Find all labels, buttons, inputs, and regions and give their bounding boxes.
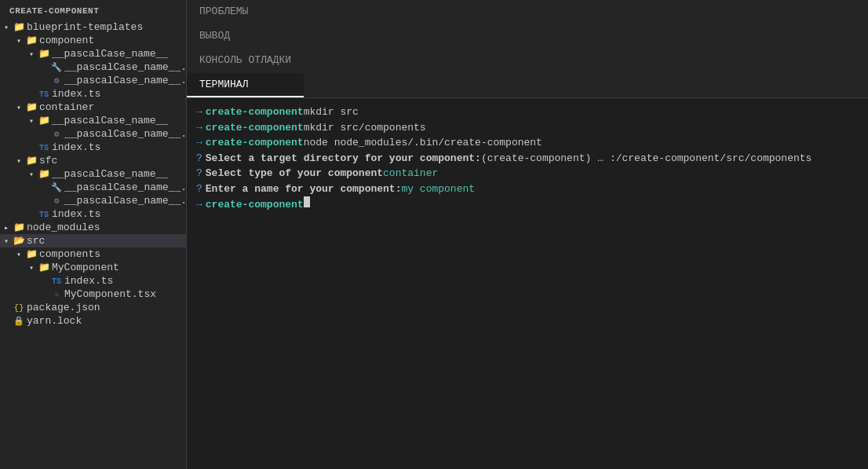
terminal-arrow: → bbox=[196, 120, 202, 136]
tree-item-blueprint-templates[interactable]: 📁blueprint-templates bbox=[0, 20, 186, 34]
tree-item-index-ts-1[interactable]: TSindex.ts bbox=[0, 87, 186, 101]
main-container: CREATE-COMPONENT 📁blueprint-templates📁co… bbox=[0, 0, 868, 469]
tree-arrow bbox=[0, 223, 13, 233]
tree-arrow bbox=[13, 36, 25, 46]
tree-item-pascalCase-file4[interactable]: 🔧__pascalCase_name__.... bbox=[0, 181, 186, 194]
tree-arrow bbox=[13, 156, 25, 166]
tree-item-MyComponent-tsx[interactable]: ⚛MyComponent.tsx bbox=[0, 288, 186, 301]
terminal-cmd-name: create-component bbox=[206, 135, 304, 151]
terminal-line: ? Select type of your component containe… bbox=[196, 166, 859, 181]
terminal-path: … :/create-component/src/components bbox=[597, 151, 811, 167]
tab-terminal[interactable]: ТЕРМИНАЛ bbox=[187, 73, 304, 97]
terminal-cmd-name: create-component bbox=[206, 197, 304, 213]
item-label: yarn.lock bbox=[25, 315, 82, 327]
file-icon-folder: 📁 bbox=[13, 222, 25, 233]
tree-arrow bbox=[25, 170, 38, 179]
tree-item-index-ts-4[interactable]: TSindex.ts bbox=[0, 274, 186, 288]
tab-problems[interactable]: ПРОБЛЕМЫ bbox=[187, 0, 304, 24]
file-icon-settings: ⚙ bbox=[50, 129, 63, 140]
file-icon-react-ts: 🔧 bbox=[50, 182, 63, 193]
tree-item-component[interactable]: 📁component bbox=[0, 34, 186, 47]
terminal-content[interactable]: → create-component mkdir src→ create-com… bbox=[187, 98, 868, 469]
terminal-rest: node node_modules/.bin/create-component bbox=[304, 135, 542, 151]
terminal-line: → create-component bbox=[196, 196, 859, 213]
item-label: __pascalCase_name__.... bbox=[63, 195, 187, 207]
tab-bar: ПРОБЛЕМЫВЫВОДКОНСОЛЬ ОТЛАДКИТЕРМИНАЛ bbox=[187, 0, 868, 98]
tab-output[interactable]: ВЫВОД bbox=[187, 24, 304, 49]
file-icon-tsx: ⚛ bbox=[50, 289, 63, 300]
item-label: node_modules bbox=[25, 222, 100, 233]
terminal-cmd-name: create-component bbox=[206, 120, 304, 136]
tree-item-components[interactable]: 📁components bbox=[0, 247, 186, 261]
terminal-line: → create-component mkdir src/components bbox=[196, 120, 859, 136]
terminal-cursor bbox=[304, 196, 310, 207]
terminal-line: → create-component mkdir src bbox=[196, 104, 859, 120]
item-label: index.ts bbox=[50, 141, 100, 153]
right-panel: ПРОБЛЕМЫВЫВОДКОНСОЛЬ ОТЛАДКИТЕРМИНАЛ → c… bbox=[187, 0, 868, 469]
file-icon-folder: 📁 bbox=[38, 48, 50, 60]
tree-item-pascalCase-file1[interactable]: 🔧__pascalCase_name__.... bbox=[0, 60, 186, 74]
tree-item-pascalCase-file5[interactable]: ⚙__pascalCase_name__.... bbox=[0, 194, 186, 207]
terminal-arrow: ? bbox=[196, 166, 202, 181]
terminal-line: ? Select a target directory for your com… bbox=[196, 151, 859, 167]
sidebar: CREATE-COMPONENT 📁blueprint-templates📁co… bbox=[0, 0, 187, 469]
tree-arrow bbox=[25, 49, 38, 59]
item-label: blueprint-templates bbox=[25, 21, 143, 33]
tree-item-pascalCase-folder3[interactable]: 📁__pascalCase_name__ bbox=[0, 167, 186, 181]
item-label: package.json bbox=[25, 302, 100, 313]
tree-item-index-ts-2[interactable]: TSindex.ts bbox=[0, 141, 186, 154]
tree-item-node_modules[interactable]: 📁node_modules bbox=[0, 221, 186, 234]
terminal-highlight: my component bbox=[401, 181, 475, 197]
terminal-rest: (create-component) bbox=[481, 151, 591, 167]
terminal-rest: mkdir src bbox=[304, 104, 359, 120]
terminal-arrow: → bbox=[196, 104, 202, 120]
tree-item-MyComponent[interactable]: 📁MyComponent bbox=[0, 261, 186, 274]
item-label: MyComponent.tsx bbox=[63, 288, 156, 300]
item-label: components bbox=[38, 248, 100, 260]
tree-item-pascalCase-folder2[interactable]: 📁__pascalCase_name__ bbox=[0, 114, 186, 127]
terminal-lines: → create-component mkdir src→ create-com… bbox=[196, 104, 859, 213]
tree-item-src[interactable]: 📂src bbox=[0, 234, 186, 247]
item-label: src bbox=[25, 235, 45, 247]
tree-arrow bbox=[0, 236, 13, 246]
file-tree: 📁blueprint-templates📁component📁__pascalC… bbox=[0, 20, 186, 328]
file-icon-folder: 📁 bbox=[25, 101, 38, 113]
item-label: index.ts bbox=[50, 208, 100, 220]
item-label: __pascalCase_name__ bbox=[50, 115, 168, 126]
file-icon-json: {} bbox=[13, 302, 25, 313]
file-icon-folder: 📁 bbox=[38, 168, 50, 180]
tree-item-container[interactable]: 📁container bbox=[0, 101, 186, 114]
terminal-line: ? Enter a name for your component: my co… bbox=[196, 181, 859, 197]
file-icon-ts: TS bbox=[38, 209, 50, 220]
terminal-rest: mkdir src/components bbox=[304, 120, 426, 136]
tree-arrow bbox=[13, 103, 25, 112]
tree-item-package-json[interactable]: {}package.json bbox=[0, 301, 186, 314]
tabs-container: ПРОБЛЕМЫВЫВОДКОНСОЛЬ ОТЛАДКИТЕРМИНАЛ bbox=[187, 0, 304, 97]
tree-item-pascalCase-folder[interactable]: 📁__pascalCase_name__ bbox=[0, 47, 186, 60]
item-label: __pascalCase_name__.... bbox=[63, 128, 187, 140]
item-label: MyComponent bbox=[50, 262, 119, 273]
terminal-arrow: → bbox=[196, 197, 202, 213]
tree-item-pascalCase-file2[interactable]: ⚙__pascalCase_name__.... bbox=[0, 74, 186, 87]
item-label: component bbox=[38, 35, 94, 46]
item-label: __pascalCase_name__ bbox=[50, 168, 168, 180]
terminal-line: → create-component node node_modules/.bi… bbox=[196, 135, 859, 151]
tree-item-index-ts-3[interactable]: TSindex.ts bbox=[0, 207, 186, 221]
terminal-highlight: container bbox=[383, 166, 438, 181]
file-icon-ts: TS bbox=[50, 276, 63, 287]
terminal-arrow: → bbox=[196, 135, 202, 151]
item-label: __pascalCase_name__.... bbox=[63, 61, 187, 73]
tab-debug-console[interactable]: КОНСОЛЬ ОТЛАДКИ bbox=[187, 49, 304, 73]
tree-item-yarn-lock[interactable]: 🔒yarn.lock bbox=[0, 314, 186, 328]
terminal-bold: Select a target directory for your compo… bbox=[206, 151, 481, 167]
file-icon-folder: 📁 bbox=[38, 115, 50, 126]
tree-arrow bbox=[25, 116, 38, 126]
file-icon-ts: TS bbox=[38, 142, 50, 153]
item-label: index.ts bbox=[50, 88, 100, 100]
item-label: __pascalCase_name__.... bbox=[63, 181, 187, 193]
tree-item-sfc[interactable]: 📁sfc bbox=[0, 154, 186, 167]
file-icon-yarn: 🔒 bbox=[13, 316, 25, 327]
tree-item-pascalCase-file3[interactable]: ⚙__pascalCase_name__.... bbox=[0, 127, 186, 141]
file-icon-settings: ⚙ bbox=[50, 196, 63, 207]
file-icon-react-ts: 🔧 bbox=[50, 62, 63, 73]
